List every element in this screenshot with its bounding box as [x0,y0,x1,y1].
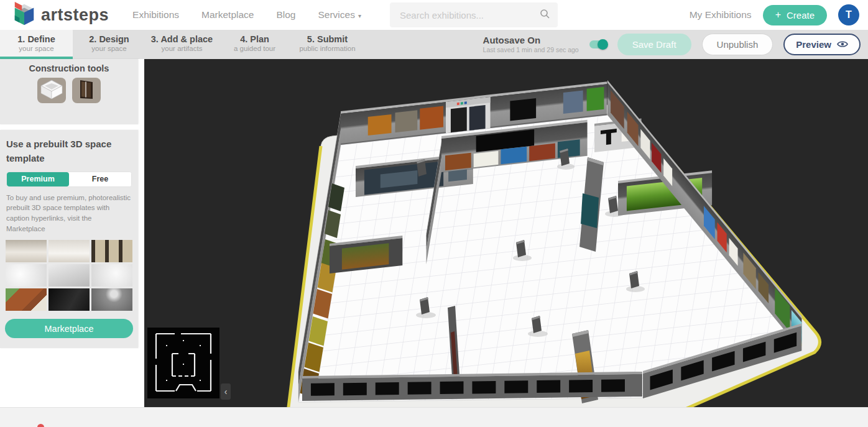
3d-viewport[interactable]: ‹ [144,59,868,407]
header-right: My Exhibitions + Create T [690,4,859,25]
template-thumbnail[interactable] [48,240,90,262]
footer-logo-peek [37,424,44,427]
step-tab-submit[interactable]: 5. Submit public information [291,30,364,59]
search-icon[interactable] [540,9,550,22]
search-input[interactable] [400,10,540,21]
template-panel-title: Use a prebuilt 3D space template [5,137,117,172]
step-tab-design[interactable]: 2. Design your space [73,30,145,59]
steps-bar: 1. Define your space 2. Design your spac… [0,30,868,59]
artsteps-app: artsteps Exhibitions Marketplace Blog Se… [0,0,868,427]
template-thumbnail[interactable] [91,264,132,287]
nav-marketplace[interactable]: Marketplace [201,9,254,21]
template-thumbnail[interactable] [6,288,47,311]
save-draft-button[interactable]: Save Draft [617,34,691,55]
footer-strip [0,407,868,427]
nav-exhibitions[interactable]: Exhibitions [132,9,179,21]
top-navbar: artsteps Exhibitions Marketplace Blog Se… [0,0,868,30]
create-button[interactable]: + Create [763,5,827,25]
artsteps-logo[interactable]: artsteps [10,1,109,29]
eye-icon [837,39,848,50]
autosave-toggle[interactable] [589,40,607,48]
plus-icon: + [775,9,781,21]
step-tab-plan[interactable]: 4. Plan a guided tour [218,30,291,59]
artsteps-cube-icon [10,1,39,29]
brand-name: artsteps [41,6,109,25]
template-thumbnail[interactable] [48,264,90,287]
my-exhibitions-link[interactable]: My Exhibitions [690,9,752,21]
template-thumbnail[interactable] [6,264,47,287]
template-panel: Use a prebuilt 3D space template Premium… [0,130,138,348]
construction-tools-panel: Construction tools [0,59,138,124]
tab-free[interactable]: Free [69,172,131,186]
door-tool-button[interactable] [72,78,101,103]
template-thumbnail[interactable] [91,288,132,311]
3d-scene [144,59,868,407]
autosave-status: Autosave On Last saved 1 min and 29 sec … [483,35,579,55]
template-tabs: Premium Free [6,172,132,187]
room-tool-icon [40,80,63,101]
template-thumbnail[interactable] [48,288,90,311]
room-tool-button[interactable] [37,78,66,103]
door-tool-icon [76,79,97,102]
preview-button[interactable]: Preview [783,34,861,55]
unpublish-button[interactable]: Unpublish [702,34,773,55]
left-sidebar: Construction tools [0,59,144,407]
nav-services[interactable]: Services▾ [318,9,361,21]
step-tab-add-place[interactable]: 3. Add & place your artifacts [145,30,218,59]
template-thumbnail[interactable] [6,240,47,262]
nav-blog[interactable]: Blog [276,9,295,21]
marketplace-button[interactable]: Marketplace [5,319,133,338]
steps-bar-actions: Autosave On Last saved 1 min and 29 sec … [483,30,868,59]
minimap-collapse-button[interactable]: ‹ [221,383,231,400]
chevron-down-icon: ▾ [358,12,361,19]
user-avatar[interactable]: T [838,4,859,25]
step-tab-define[interactable]: 1. Define your space [0,30,73,59]
template-thumbnail[interactable] [91,240,132,262]
construction-tools-title: Construction tools [0,63,138,73]
minimap[interactable] [147,328,219,398]
tab-premium[interactable]: Premium [7,172,69,186]
template-thumbnail-grid [6,240,132,311]
search-box [390,2,558,27]
template-description: To buy and use premium, photorealistic p… [6,193,132,234]
main-nav: Exhibitions Marketplace Blog Services▾ [132,9,361,21]
